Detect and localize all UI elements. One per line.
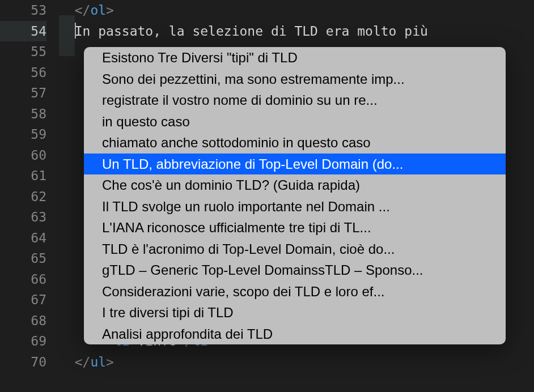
- code-token: ul: [90, 355, 106, 369]
- line-number: 62: [0, 186, 46, 207]
- line-number: 56: [0, 62, 46, 83]
- code-token: [59, 24, 75, 39]
- line-number: 58: [0, 104, 46, 125]
- autocomplete-item[interactable]: Un TLD, abbreviazione di Top-Level Domai…: [84, 154, 506, 175]
- autocomplete-item[interactable]: Analisi approfondita dei TLD: [84, 323, 506, 345]
- code-token: </: [59, 3, 90, 18]
- line-number: 65: [0, 248, 46, 269]
- autocomplete-item[interactable]: gTLD – Generic Top-Level DomainssTLD – S…: [84, 259, 506, 281]
- autocomplete-item[interactable]: Esistono Tre Diversi "tipi" di TLD: [84, 47, 506, 69]
- autocomplete-item[interactable]: registrate il vostro nome di dominio su …: [84, 90, 506, 111]
- autocomplete-item[interactable]: L'IANA riconosce ufficialmente tre tipi …: [84, 217, 506, 238]
- code-token: >: [106, 3, 114, 18]
- line-number: 67: [0, 289, 46, 310]
- code-line[interactable]: In passato, la selezione di TLD era molt…: [59, 21, 534, 42]
- code-token: In passato, la selezione di TLD era molt…: [75, 24, 428, 39]
- line-number: 64: [0, 228, 46, 249]
- line-number: 63: [0, 207, 46, 228]
- line-number: 61: [0, 165, 46, 186]
- line-number: 70: [0, 352, 46, 373]
- code-line[interactable]: </ul>: [59, 352, 534, 373]
- line-number-gutter: 535455565758596061626364656667686970: [0, 0, 59, 392]
- line-number: 66: [0, 269, 46, 290]
- code-token: ol: [90, 3, 106, 18]
- code-line[interactable]: </ol>: [59, 0, 534, 21]
- code-token: [59, 355, 75, 369]
- line-number: 59: [0, 124, 46, 145]
- autocomplete-popup[interactable]: Esistono Tre Diversi "tipi" di TLDSono d…: [84, 47, 506, 344]
- autocomplete-item[interactable]: chiamato anche sottodominio in questo ca…: [84, 132, 506, 154]
- line-number: 60: [0, 145, 46, 166]
- autocomplete-item[interactable]: Considerazioni varie, scopo dei TLD e lo…: [84, 281, 506, 302]
- code-token: >: [106, 355, 114, 369]
- line-number: 68: [0, 310, 46, 331]
- autocomplete-item[interactable]: Il TLD svolge un ruolo importante nel Do…: [84, 196, 506, 218]
- line-number: 55: [0, 41, 46, 62]
- autocomplete-item[interactable]: TLD è l'acronimo di Top-Level Domain, ci…: [84, 238, 506, 260]
- line-number: 69: [0, 331, 46, 352]
- line-number: 54: [0, 21, 46, 42]
- line-number: 53: [0, 0, 46, 21]
- autocomplete-item[interactable]: I tre diversi tipi di TLD: [84, 302, 506, 323]
- autocomplete-item[interactable]: Sono dei pezzettini, ma sono estremament…: [84, 69, 506, 90]
- code-token: </: [75, 355, 91, 369]
- autocomplete-item[interactable]: in questo caso: [84, 111, 506, 133]
- autocomplete-item[interactable]: Che cos'è un dominio TLD? (Guida rapida): [84, 174, 506, 196]
- line-number: 57: [0, 83, 46, 104]
